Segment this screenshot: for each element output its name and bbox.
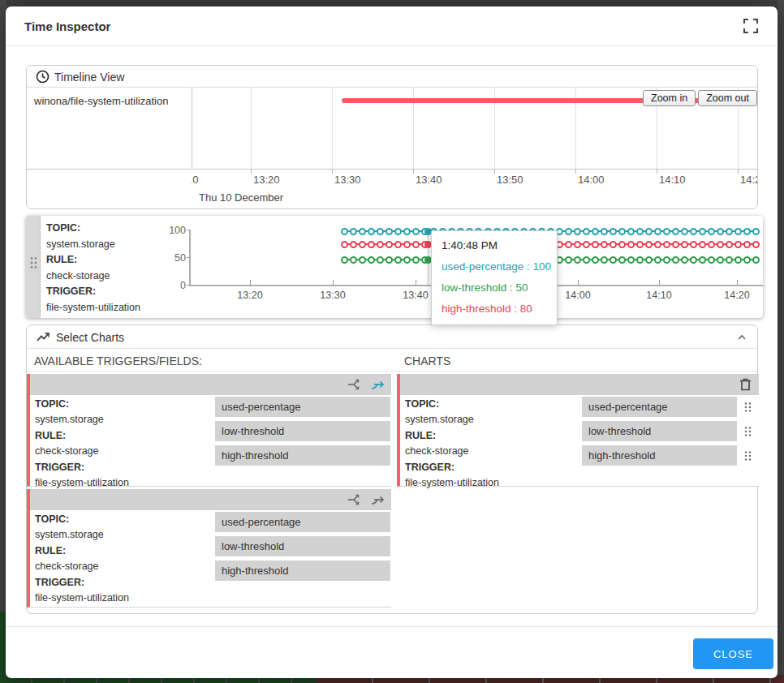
grip-dots-icon[interactable] [743, 450, 755, 462]
timeline-tick: 13:40 [413, 174, 442, 186]
y-tick-label: 50 [158, 252, 186, 264]
field-chip[interactable]: low-threshold [582, 421, 737, 441]
timeline-date-label: Thu 10 December [199, 191, 283, 204]
timeline-tick: 14:00 [575, 174, 605, 186]
x-tick-label: 13:40 [398, 290, 433, 301]
zoom-out-button[interactable]: Zoom out [698, 90, 757, 106]
grip-dots-icon[interactable] [743, 426, 755, 437]
pin-to-chart-icon[interactable] [371, 377, 386, 392]
split-icon[interactable] [347, 377, 362, 392]
close-button[interactable]: CLOSE [693, 638, 773, 669]
card-header [30, 374, 391, 395]
select-charts-header: Select Charts [27, 325, 757, 349]
charts-header: CHARTS [404, 354, 450, 367]
modal-header: Time Inspector [6, 6, 778, 46]
field-chip[interactable]: low-threshold [215, 421, 390, 441]
x-tick-label: 13:20 [232, 290, 268, 301]
y-axis-line [189, 230, 191, 286]
rule-label: RULE: [46, 254, 77, 265]
topic-value: system.storage [46, 238, 115, 250]
card-header [400, 374, 759, 395]
background-bottom-table [0, 677, 784, 683]
timeline-axis: 13:10 13:20 13:30 13:40 13:50 14:00 14:1… [27, 169, 757, 190]
available-trigger-card[interactable]: TOPIC: system.storage RULE: check-storag… [27, 489, 391, 608]
time-inspector-modal: Time Inspector Timeline View w [6, 6, 778, 678]
timeline-tick: 13:30 [332, 174, 361, 186]
card-header [30, 489, 391, 510]
timeline-tick: 13:20 [251, 174, 280, 186]
field-chip[interactable]: used-percentage [582, 397, 737, 417]
field-chip[interactable]: used-percentage [215, 512, 390, 532]
x-tick-label: 14:20 [719, 290, 755, 301]
y-tick-label: 100 [158, 225, 186, 236]
split-icon[interactable] [347, 492, 362, 507]
chart-plot-area[interactable]: 100 50 0 13:20 13:30 13:40 13:50 14:00 1… [158, 216, 763, 318]
trend-chart-icon [37, 331, 50, 343]
trigger-label: TRIGGER: [46, 286, 96, 297]
field-chip[interactable]: used-percentage [215, 397, 390, 417]
available-triggers-header: AVAILABLE TRIGGERS/FIELDS: [34, 354, 202, 367]
tooltip-entry: high-threshold : 80 [442, 303, 547, 315]
x-tick-label: 14:10 [641, 290, 677, 301]
card-meta: TOPIC: system.storage RULE: check-storag… [405, 397, 567, 491]
timeline-tick: 13:10 [192, 174, 199, 186]
select-charts-title: Select Charts [56, 331, 124, 344]
timeline-grid[interactable]: winona/file-system-utilization Zoom in Z… [27, 88, 757, 169]
zoom-in-button[interactable]: Zoom in [643, 90, 696, 106]
chart-card[interactable]: TOPIC: system.storage RULE: check-storag… [397, 374, 759, 487]
field-chip[interactable]: high-threshold [215, 445, 390, 466]
chart-tooltip: 1:40:48 PM used-percentage : 100 low-thr… [431, 230, 558, 325]
footer-divider [6, 626, 778, 627]
columns-header: AVAILABLE TRIGGERS/FIELDS: CHARTS [27, 349, 757, 372]
grip-dots-icon [29, 256, 37, 269]
modal-title: Time Inspector [24, 19, 110, 33]
trash-icon[interactable] [739, 377, 753, 392]
chart-drag-handle[interactable] [26, 216, 41, 318]
tooltip-time: 1:40:48 PM [442, 239, 547, 251]
background-right-edge [778, 0, 784, 683]
chart-meta: TOPIC: system.storage RULE: check-storag… [46, 221, 160, 316]
grip-dots-icon[interactable] [743, 402, 755, 413]
trigger-value: file-system-utilization [46, 302, 140, 313]
rule-value: check-storage [46, 270, 110, 281]
x-tick-label: 14:00 [560, 290, 596, 301]
field-chip[interactable]: low-threshold [215, 536, 390, 556]
chevron-up-icon[interactable] [736, 332, 747, 343]
clock-icon [36, 70, 50, 84]
tooltip-entry: low-threshold : 50 [442, 281, 547, 294]
topic-label: TOPIC: [46, 222, 80, 234]
timeline-row-label: winona/file-system-utilization [34, 95, 168, 107]
card-meta: TOPIC: system.storage RULE: check-storag… [35, 397, 197, 491]
x-tick-label: 13:30 [315, 290, 351, 301]
timeline-date-row: Thu 10 December [27, 190, 757, 209]
pin-to-chart-icon[interactable] [371, 492, 386, 507]
trigger-chart-card: TOPIC: system.storage RULE: check-storag… [26, 216, 763, 318]
fullscreen-icon[interactable] [742, 17, 760, 35]
timeline-tick: 14:10 [657, 174, 686, 186]
available-trigger-card[interactable]: TOPIC: system.storage RULE: check-storag… [27, 374, 391, 487]
select-charts-panel: Select Charts AVAILABLE TRIGGERS/FIELDS:… [26, 324, 758, 614]
timeline-tick: 13:50 [494, 174, 523, 186]
card-meta: TOPIC: system.storage RULE: check-storag… [35, 512, 197, 606]
y-tick-label: 0 [158, 280, 186, 291]
timeline-view-panel: Timeline View winona/file-system-utiliza… [26, 65, 758, 209]
timeline-tick: 14:20 [738, 174, 757, 186]
field-chip[interactable]: high-threshold [215, 561, 390, 581]
field-chip[interactable]: high-threshold [582, 445, 737, 466]
tooltip-entry: used-percentage : 100 [442, 260, 547, 273]
timeline-panel-header: Timeline View [27, 66, 757, 88]
timeline-panel-title: Timeline View [54, 71, 124, 84]
